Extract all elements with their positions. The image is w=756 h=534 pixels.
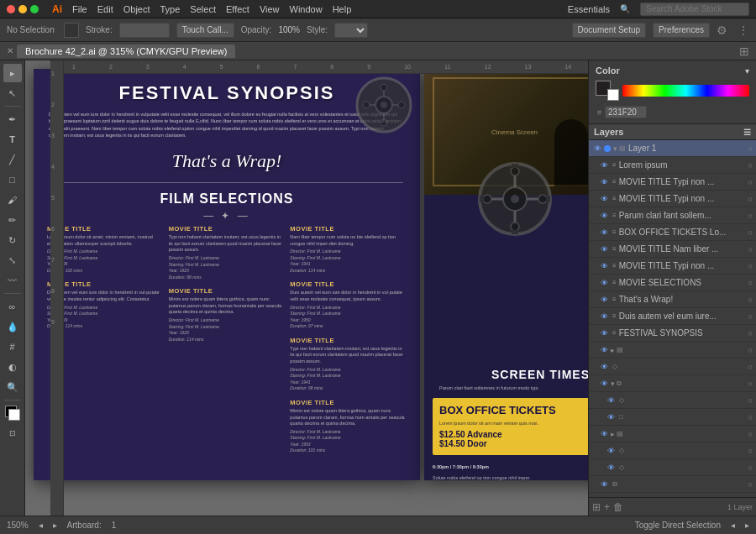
layer-lock-9[interactable]: ○ bbox=[748, 279, 753, 287]
menu-type[interactable]: Type bbox=[160, 4, 181, 14]
color-hex-input[interactable] bbox=[605, 106, 647, 118]
rotate-tool[interactable]: ↻ bbox=[3, 231, 22, 249]
layer-item-3[interactable]: 👁 ≡ MOVIE TITLE Typi non ... ○ bbox=[589, 174, 756, 191]
layer-lock-15[interactable]: ○ bbox=[748, 380, 753, 388]
preferences-button[interactable]: Preferences bbox=[653, 23, 710, 38]
background-swatch[interactable] bbox=[607, 89, 619, 101]
layer-eye-8[interactable]: 👁 bbox=[599, 261, 609, 271]
layer-item-9[interactable]: 👁 ≡ MOVIE SELECTIONS ○ bbox=[589, 275, 756, 291]
layer-lock-20[interactable]: ○ bbox=[748, 463, 753, 472]
layer-eye-19[interactable]: 👁 bbox=[606, 446, 616, 456]
layer-eye-16[interactable]: 👁 bbox=[606, 395, 616, 406]
make-clip-mask-icon[interactable]: ⊞ bbox=[592, 501, 601, 513]
pencil-tool[interactable]: ✏ bbox=[3, 211, 22, 229]
layer-lock-17[interactable]: ○ bbox=[748, 413, 753, 421]
color-panel-header[interactable]: Color ▾ bbox=[592, 64, 753, 77]
blend-tool[interactable]: ∞ bbox=[3, 297, 22, 316]
layer-lock-10[interactable]: ○ bbox=[748, 296, 753, 304]
color-swatches[interactable] bbox=[3, 404, 22, 422]
layer-item-17[interactable]: 👁 □ ○ bbox=[589, 409, 756, 426]
type-tool[interactable]: T bbox=[3, 130, 22, 149]
menu-file[interactable]: File bbox=[72, 4, 87, 14]
layer-lock-13[interactable]: ○ bbox=[748, 346, 753, 354]
layer-item-5[interactable]: 👁 ≡ Parum clari fant sollem... ○ bbox=[589, 207, 756, 224]
stroke-color-swatch[interactable] bbox=[64, 23, 79, 38]
status-nav-right[interactable]: ▸ bbox=[745, 521, 749, 530]
layer-lock-6[interactable]: ○ bbox=[748, 228, 753, 237]
color-panel-toggle[interactable]: ▾ bbox=[745, 66, 749, 76]
layer-eye-13[interactable]: 👁 bbox=[599, 345, 609, 355]
layer-item-12[interactable]: 👁 ≡ FESTIVAL SYNOPSIS ○ bbox=[589, 325, 756, 342]
layer-item-18[interactable]: 👁 ▸ ▤ ○ bbox=[589, 426, 756, 442]
color-spectrum[interactable] bbox=[622, 85, 749, 97]
layer-expand-1[interactable]: ▾ bbox=[613, 144, 617, 153]
layer-eye-10[interactable]: 👁 bbox=[599, 295, 609, 305]
close-tab-icon[interactable]: ✕ bbox=[7, 46, 13, 55]
menu-help[interactable]: Help bbox=[333, 4, 352, 14]
zoom-out-icon[interactable]: ▸ bbox=[53, 521, 57, 530]
warp-tool[interactable]: 〰 bbox=[3, 271, 22, 290]
layer-eye-21[interactable]: 👁 bbox=[599, 479, 609, 490]
layer-item-2[interactable]: 👁 ≡ Lorem ipsum ○ bbox=[589, 157, 756, 174]
menu-window[interactable]: Window bbox=[290, 4, 323, 14]
add-layer-icon[interactable]: + bbox=[604, 501, 610, 513]
menu-select[interactable]: Select bbox=[190, 4, 216, 14]
layer-expand-15[interactable]: ▾ bbox=[611, 380, 615, 388]
eyedropper-tool[interactable]: 💧 bbox=[3, 317, 22, 336]
layer-eye-11[interactable]: 👁 bbox=[599, 312, 609, 322]
style-select[interactable] bbox=[334, 23, 368, 38]
layer-eye-18[interactable]: 👁 bbox=[599, 429, 609, 439]
layer-eye-17[interactable]: 👁 bbox=[606, 412, 616, 422]
layer-lock-19[interactable]: ○ bbox=[748, 447, 753, 455]
layer-item-21[interactable]: 👁 ⧉ ○ bbox=[589, 476, 756, 493]
layer-eye-4[interactable]: 👁 bbox=[599, 194, 609, 204]
paintbrush-tool[interactable]: 🖌 bbox=[3, 191, 22, 209]
minimize-button[interactable] bbox=[18, 5, 27, 13]
layer-item-7[interactable]: 👁 ≡ MOVIE TITLE Nam liber ... ○ bbox=[589, 241, 756, 258]
search-icon[interactable]: 🔍 bbox=[620, 4, 630, 13]
layer-lock-16[interactable]: ○ bbox=[748, 396, 753, 405]
layer-eye-1[interactable]: 👁 bbox=[592, 144, 602, 154]
layer-item-8[interactable]: 👁 ≡ MOVIE TITLE Typi non ... ○ bbox=[589, 258, 756, 275]
layer-lock-3[interactable]: ○ bbox=[748, 178, 753, 186]
layer-lock-11[interactable]: ○ bbox=[748, 312, 753, 321]
layer-lock-5[interactable]: ○ bbox=[748, 212, 753, 220]
layer-item-19[interactable]: 👁 ◇ ○ bbox=[589, 442, 756, 459]
layer-eye-20[interactable]: 👁 bbox=[606, 463, 616, 473]
layer-lock-14[interactable]: ○ bbox=[748, 363, 753, 371]
document-tab[interactable]: Brochure 42_2.ai @ 315% (CMYK/GPU Previe… bbox=[17, 44, 235, 58]
layer-lock-18[interactable]: ○ bbox=[748, 430, 753, 438]
layer-item-16[interactable]: 👁 ◇ ○ bbox=[589, 392, 756, 409]
delete-layer-icon[interactable]: 🗑 bbox=[613, 501, 623, 513]
screen-mode[interactable]: ⊡ bbox=[3, 424, 22, 442]
layer-item-10[interactable]: 👁 ≡ That's a Wrap! ○ bbox=[589, 291, 756, 308]
canvas-area[interactable]: FESTIVAL SYNOPSIS Duis autem vel eum iur… bbox=[25, 60, 588, 516]
layer-eye-7[interactable]: 👁 bbox=[599, 244, 609, 254]
gradient-tool[interactable]: ◐ bbox=[3, 358, 22, 376]
layer-lock-12[interactable]: ○ bbox=[748, 329, 753, 338]
layer-eye-14[interactable]: 👁 bbox=[599, 362, 609, 372]
pen-tool[interactable]: ✒ bbox=[3, 110, 22, 128]
stock-search-input[interactable] bbox=[640, 3, 749, 16]
layer-lock-21[interactable]: ○ bbox=[748, 480, 753, 489]
menu-view[interactable]: View bbox=[260, 4, 280, 14]
layers-menu-icon[interactable]: ☰ bbox=[743, 128, 751, 137]
select-tool[interactable]: ▸ bbox=[3, 64, 22, 82]
status-nav-left[interactable]: ◂ bbox=[731, 521, 735, 530]
layer-lock-2[interactable]: ○ bbox=[748, 161, 753, 170]
layer-item-11[interactable]: 👁 ≡ Duis autem vel eum iure... ○ bbox=[589, 308, 756, 325]
layer-item-1[interactable]: 👁 ▾ ▤ Layer 1 ○ bbox=[589, 140, 756, 157]
document-setup-button[interactable]: Document Setup bbox=[572, 23, 647, 38]
layer-item-4[interactable]: 👁 ≡ MOVIE TITLE Typi non ... ○ bbox=[589, 191, 756, 207]
scale-tool[interactable]: ⤡ bbox=[3, 251, 22, 270]
layer-item-15[interactable]: 👁 ▾ ⧉ ○ bbox=[589, 375, 756, 392]
direct-select-tool[interactable]: ↖ bbox=[3, 84, 22, 102]
zoom-tool[interactable]: 🔍 bbox=[3, 378, 22, 396]
menu-edit[interactable]: Edit bbox=[97, 4, 113, 14]
stroke-input[interactable] bbox=[119, 23, 170, 38]
zoom-in-icon[interactable]: ◂ bbox=[39, 521, 43, 530]
layer-lock-8[interactable]: ○ bbox=[748, 262, 753, 270]
layer-lock-7[interactable]: ○ bbox=[748, 245, 753, 254]
layer-lock-1[interactable]: ○ bbox=[748, 144, 753, 153]
layer-eye-15[interactable]: 👁 bbox=[599, 379, 609, 389]
